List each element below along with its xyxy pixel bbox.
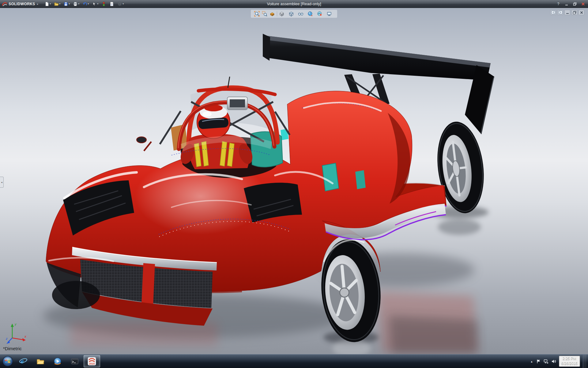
view-orientation-button[interactable]: ▾ — [279, 11, 287, 17]
show-desktop-button[interactable] — [583, 355, 586, 368]
doc-minimize-icon — [566, 11, 569, 14]
dropdown-caret-icon[interactable]: ▾ — [78, 3, 79, 5]
pane-toggle-left-icon — [551, 10, 556, 14]
rebuild-button[interactable] — [100, 1, 107, 7]
view-settings-icon — [326, 11, 332, 17]
edit-appearance-button[interactable]: ▾ — [307, 11, 315, 17]
action-center-flag-icon — [536, 359, 541, 364]
new-document-icon — [44, 2, 49, 6]
open-document-button[interactable]: ▾ — [53, 1, 62, 7]
restore-icon — [573, 2, 577, 6]
section-view-button[interactable] — [269, 11, 275, 17]
print-button[interactable]: ▾ — [72, 1, 81, 7]
restore-button[interactable] — [572, 1, 578, 7]
taskbar-item-file-explorer[interactable] — [32, 355, 49, 367]
taskbar-item-internet-explorer[interactable]: e — [15, 355, 32, 367]
triad-x-label: x — [24, 335, 26, 338]
minimize-icon — [565, 2, 568, 6]
pane-toggle-left-button[interactable] — [550, 10, 556, 15]
dropdown-caret-icon[interactable]: ▾ — [314, 13, 315, 15]
doc-close-button[interactable] — [579, 10, 584, 15]
window-title: Voiture assemblee [Read-only] — [267, 0, 321, 8]
zoom-to-fit-icon — [254, 11, 260, 17]
display-style-icon — [288, 11, 294, 17]
select-cursor-icon — [92, 2, 97, 6]
edit-appearance-icon — [307, 11, 313, 17]
command-prompt-icon — [70, 357, 79, 366]
dropdown-caret-icon[interactable]: ▾ — [323, 13, 324, 15]
race-car-model[interactable] — [43, 34, 494, 354]
apply-scene-button[interactable]: ▾ — [317, 11, 325, 17]
solidworks-logo-text: SOLIDWORKS — [9, 2, 35, 6]
taskbar-item-command-prompt[interactable] — [66, 355, 83, 367]
menu-expand-arrow-icon[interactable]: ▸ — [37, 2, 39, 6]
volume-button[interactable] — [551, 359, 556, 364]
side-mirror[interactable] — [137, 137, 151, 151]
dropdown-caret-icon[interactable]: ▾ — [333, 13, 334, 15]
network-button[interactable] — [544, 359, 548, 364]
dropdown-caret-icon[interactable]: ▾ — [88, 3, 89, 5]
window-controls: ? — [555, 1, 586, 7]
windows-start-orb-icon — [2, 356, 13, 367]
options-button[interactable]: ▾ — [116, 1, 125, 7]
file-properties-button[interactable] — [108, 1, 115, 7]
minimize-button[interactable] — [564, 1, 570, 7]
save-button[interactable]: ▾ — [62, 1, 71, 7]
dropdown-caret-icon[interactable]: ▾ — [69, 3, 70, 5]
action-center-button[interactable] — [536, 359, 541, 364]
front-right-wheel[interactable] — [317, 237, 385, 344]
doc-close-icon — [580, 11, 583, 14]
volume-icon — [551, 359, 556, 364]
solidworks-logo[interactable]: SOLIDWORKS ▸ — [2, 2, 38, 6]
close-button[interactable] — [580, 1, 586, 7]
taskbar-item-media-player[interactable] — [49, 355, 66, 367]
doc-minimize-button[interactable] — [564, 10, 570, 15]
dropdown-caret-icon[interactable]: ▾ — [285, 13, 286, 15]
panel-collapse-tab[interactable]: ◂ — [0, 177, 4, 188]
triad-y-label: y — [14, 322, 17, 326]
toolbar-separator — [277, 11, 277, 16]
rear-view-mirror[interactable] — [227, 97, 247, 110]
dropdown-caret-icon[interactable]: ▾ — [295, 13, 296, 15]
view-settings-button[interactable]: ▾ — [326, 11, 334, 17]
close-icon — [581, 2, 585, 6]
hide-show-items-button[interactable]: ▾ — [298, 11, 306, 17]
help-button[interactable]: ? — [555, 1, 561, 7]
hide-show-items-icon — [298, 11, 303, 17]
pane-toggle-right-button[interactable] — [557, 10, 563, 15]
show-hidden-icons-button[interactable]: ▴ — [530, 360, 533, 363]
dropdown-caret-icon[interactable]: ▾ — [50, 3, 51, 5]
graphics-canvas[interactable] — [0, 8, 588, 354]
file-properties-icon — [109, 2, 114, 6]
doc-restore-button[interactable] — [571, 10, 577, 15]
orientation-triad: y x z — [6, 321, 28, 346]
solidworks-logo-mark — [2, 2, 7, 6]
undo-button[interactable]: ▾ — [81, 1, 90, 7]
display-style-button[interactable]: ▾ — [288, 11, 296, 17]
dropdown-caret-icon[interactable]: ▾ — [97, 3, 98, 5]
options-gear-icon — [117, 2, 122, 6]
zoom-to-fit-button[interactable] — [254, 11, 260, 17]
taskbar-item-solidworks[interactable]: 2015 — [84, 355, 100, 367]
new-document-button[interactable]: ▾ — [43, 1, 52, 7]
media-player-icon — [53, 357, 62, 366]
view-orientation-label: *Dimetric — [3, 346, 22, 351]
select-button[interactable]: ▾ — [91, 1, 100, 7]
dropdown-caret-icon[interactable]: ▾ — [123, 3, 124, 5]
save-icon — [63, 2, 68, 6]
doc-restore-icon — [573, 11, 576, 14]
zoom-to-area-icon — [262, 11, 267, 17]
open-document-icon — [54, 2, 59, 6]
windows-taskbar: e — [0, 354, 588, 368]
triad-z-label: z — [6, 337, 8, 340]
print-icon — [73, 2, 78, 6]
helmet[interactable] — [197, 105, 230, 139]
graphics-area[interactable]: ▾ ▾ ▾ ▾ — [0, 8, 588, 354]
start-button[interactable] — [1, 355, 15, 368]
solidworks-icon: 2015 — [87, 357, 96, 366]
zoom-to-area-button[interactable] — [262, 11, 268, 17]
dropdown-caret-icon[interactable]: ▾ — [304, 13, 305, 15]
dropdown-caret-icon[interactable]: ▾ — [59, 3, 60, 5]
network-icon — [544, 359, 548, 364]
taskbar-clock[interactable]: 2:25 PM 6/26/2015 — [559, 356, 580, 366]
